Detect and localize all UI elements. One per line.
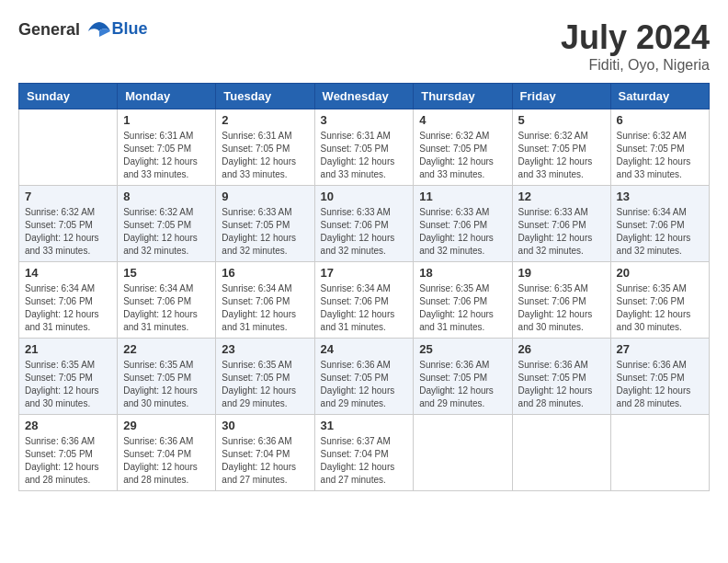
calendar-cell: 28Sunrise: 6:36 AMSunset: 7:05 PMDayligh… [19, 415, 118, 491]
day-info: Sunrise: 6:35 AMSunset: 7:05 PMDaylight:… [123, 359, 210, 410]
col-header-wednesday: Wednesday [314, 84, 414, 109]
day-number: 19 [518, 266, 605, 280]
day-number: 18 [419, 266, 506, 280]
day-info: Sunrise: 6:32 AMSunset: 7:05 PMDaylight:… [25, 206, 111, 258]
calendar-table: SundayMondayTuesdayWednesdayThursdayFrid… [18, 83, 710, 491]
day-number: 10 [321, 190, 408, 203]
day-number: 16 [222, 266, 308, 280]
calendar-cell: 24Sunrise: 6:36 AMSunset: 7:05 PMDayligh… [314, 339, 414, 415]
day-number: 22 [123, 342, 210, 356]
logo: General Blue [18, 18, 148, 44]
calendar-cell: 4Sunrise: 6:32 AMSunset: 7:05 PMDaylight… [414, 109, 512, 186]
day-info: Sunrise: 6:35 AMSunset: 7:06 PMDaylight:… [617, 282, 703, 334]
day-info: Sunrise: 6:35 AMSunset: 7:05 PMDaylight:… [25, 359, 111, 410]
day-info: Sunrise: 6:35 AMSunset: 7:05 PMDaylight:… [222, 359, 308, 410]
col-header-sunday: Sunday [19, 84, 118, 109]
calendar-cell [19, 109, 118, 186]
calendar-cell: 14Sunrise: 6:34 AMSunset: 7:06 PMDayligh… [19, 262, 118, 339]
calendar-cell: 10Sunrise: 6:33 AMSunset: 7:06 PMDayligh… [314, 186, 414, 262]
calendar-cell: 25Sunrise: 6:36 AMSunset: 7:05 PMDayligh… [414, 339, 512, 415]
calendar-cell: 16Sunrise: 6:34 AMSunset: 7:06 PMDayligh… [216, 262, 314, 339]
day-number: 6 [617, 113, 703, 127]
col-header-thursday: Thursday [414, 84, 512, 109]
calendar-cell: 11Sunrise: 6:33 AMSunset: 7:06 PMDayligh… [414, 186, 512, 262]
day-number: 15 [123, 266, 210, 280]
calendar-cell [414, 415, 512, 491]
day-number: 29 [123, 419, 210, 432]
day-number: 1 [123, 113, 210, 127]
day-number: 2 [222, 113, 308, 127]
calendar-cell: 1Sunrise: 6:31 AMSunset: 7:05 PMDaylight… [118, 109, 216, 186]
day-number: 25 [419, 342, 506, 356]
month-year-title: July 2024 [561, 18, 710, 57]
day-info: Sunrise: 6:36 AMSunset: 7:05 PMDaylight:… [321, 359, 408, 410]
day-info: Sunrise: 6:36 AMSunset: 7:04 PMDaylight:… [222, 435, 308, 487]
day-info: Sunrise: 6:31 AMSunset: 7:05 PMDaylight:… [123, 130, 210, 181]
day-number: 27 [617, 342, 703, 356]
calendar-cell: 8Sunrise: 6:32 AMSunset: 7:05 PMDaylight… [118, 186, 216, 262]
day-info: Sunrise: 6:32 AMSunset: 7:05 PMDaylight:… [617, 130, 703, 181]
day-number: 26 [518, 342, 605, 356]
day-info: Sunrise: 6:34 AMSunset: 7:06 PMDaylight:… [222, 282, 308, 334]
calendar-cell: 23Sunrise: 6:35 AMSunset: 7:05 PMDayligh… [216, 339, 314, 415]
day-number: 5 [518, 113, 605, 127]
calendar-cell: 19Sunrise: 6:35 AMSunset: 7:06 PMDayligh… [512, 262, 610, 339]
calendar-week-row: 1Sunrise: 6:31 AMSunset: 7:05 PMDaylight… [19, 109, 710, 186]
location-subtitle: Fiditi, Oyo, Nigeria [561, 57, 710, 74]
calendar-cell: 27Sunrise: 6:36 AMSunset: 7:05 PMDayligh… [610, 339, 709, 415]
logo-text-general: General [18, 18, 112, 44]
calendar-cell: 15Sunrise: 6:34 AMSunset: 7:06 PMDayligh… [118, 262, 216, 339]
day-number: 7 [25, 190, 111, 203]
calendar-cell: 17Sunrise: 6:34 AMSunset: 7:06 PMDayligh… [314, 262, 414, 339]
title-section: July 2024 Fiditi, Oyo, Nigeria [561, 18, 710, 74]
calendar-cell: 2Sunrise: 6:31 AMSunset: 7:05 PMDaylight… [216, 109, 314, 186]
day-info: Sunrise: 6:32 AMSunset: 7:05 PMDaylight:… [518, 130, 605, 181]
calendar-week-row: 21Sunrise: 6:35 AMSunset: 7:05 PMDayligh… [19, 339, 710, 415]
calendar-cell: 13Sunrise: 6:34 AMSunset: 7:06 PMDayligh… [610, 186, 709, 262]
day-info: Sunrise: 6:35 AMSunset: 7:06 PMDaylight:… [419, 282, 506, 334]
day-number: 4 [419, 113, 506, 127]
calendar-cell: 26Sunrise: 6:36 AMSunset: 7:05 PMDayligh… [512, 339, 610, 415]
calendar-cell: 21Sunrise: 6:35 AMSunset: 7:05 PMDayligh… [19, 339, 118, 415]
day-number: 30 [222, 419, 308, 432]
day-info: Sunrise: 6:31 AMSunset: 7:05 PMDaylight:… [222, 130, 308, 181]
day-number: 11 [419, 190, 506, 203]
day-info: Sunrise: 6:36 AMSunset: 7:04 PMDaylight:… [123, 435, 210, 487]
col-header-tuesday: Tuesday [216, 84, 314, 109]
day-info: Sunrise: 6:32 AMSunset: 7:05 PMDaylight:… [123, 206, 210, 258]
calendar-week-row: 7Sunrise: 6:32 AMSunset: 7:05 PMDaylight… [19, 186, 710, 262]
calendar-cell: 9Sunrise: 6:33 AMSunset: 7:05 PMDaylight… [216, 186, 314, 262]
calendar-cell: 31Sunrise: 6:37 AMSunset: 7:04 PMDayligh… [314, 415, 414, 491]
calendar-cell: 5Sunrise: 6:32 AMSunset: 7:05 PMDaylight… [512, 109, 610, 186]
day-info: Sunrise: 6:31 AMSunset: 7:05 PMDaylight:… [321, 130, 408, 181]
day-number: 20 [617, 266, 703, 280]
day-info: Sunrise: 6:37 AMSunset: 7:04 PMDaylight:… [321, 435, 408, 487]
calendar-cell: 6Sunrise: 6:32 AMSunset: 7:05 PMDaylight… [610, 109, 709, 186]
calendar-cell: 30Sunrise: 6:36 AMSunset: 7:04 PMDayligh… [216, 415, 314, 491]
calendar-cell: 20Sunrise: 6:35 AMSunset: 7:06 PMDayligh… [610, 262, 709, 339]
day-number: 23 [222, 342, 308, 356]
day-number: 8 [123, 190, 210, 203]
day-info: Sunrise: 6:34 AMSunset: 7:06 PMDaylight:… [617, 206, 703, 258]
page-header: General Blue July 2024 Fiditi, Oyo, Nige… [18, 18, 710, 74]
day-number: 3 [321, 113, 408, 127]
col-header-monday: Monday [118, 84, 216, 109]
calendar-cell: 18Sunrise: 6:35 AMSunset: 7:06 PMDayligh… [414, 262, 512, 339]
col-header-friday: Friday [512, 84, 610, 109]
calendar-cell [512, 415, 610, 491]
logo-bird-icon [86, 18, 112, 44]
day-info: Sunrise: 6:34 AMSunset: 7:06 PMDaylight:… [25, 282, 111, 334]
day-info: Sunrise: 6:32 AMSunset: 7:05 PMDaylight:… [419, 130, 506, 181]
calendar-cell: 12Sunrise: 6:33 AMSunset: 7:06 PMDayligh… [512, 186, 610, 262]
calendar-cell: 22Sunrise: 6:35 AMSunset: 7:05 PMDayligh… [118, 339, 216, 415]
day-number: 9 [222, 190, 308, 203]
logo-blue-label: Blue [112, 19, 148, 39]
calendar-cell: 7Sunrise: 6:32 AMSunset: 7:05 PMDaylight… [19, 186, 118, 262]
day-info: Sunrise: 6:33 AMSunset: 7:06 PMDaylight:… [321, 206, 408, 258]
day-info: Sunrise: 6:33 AMSunset: 7:06 PMDaylight:… [518, 206, 605, 258]
day-number: 21 [25, 342, 111, 356]
calendar-cell: 29Sunrise: 6:36 AMSunset: 7:04 PMDayligh… [118, 415, 216, 491]
calendar-cell: 3Sunrise: 6:31 AMSunset: 7:05 PMDaylight… [314, 109, 414, 186]
day-info: Sunrise: 6:36 AMSunset: 7:05 PMDaylight:… [617, 359, 703, 410]
calendar-week-row: 14Sunrise: 6:34 AMSunset: 7:06 PMDayligh… [19, 262, 710, 339]
